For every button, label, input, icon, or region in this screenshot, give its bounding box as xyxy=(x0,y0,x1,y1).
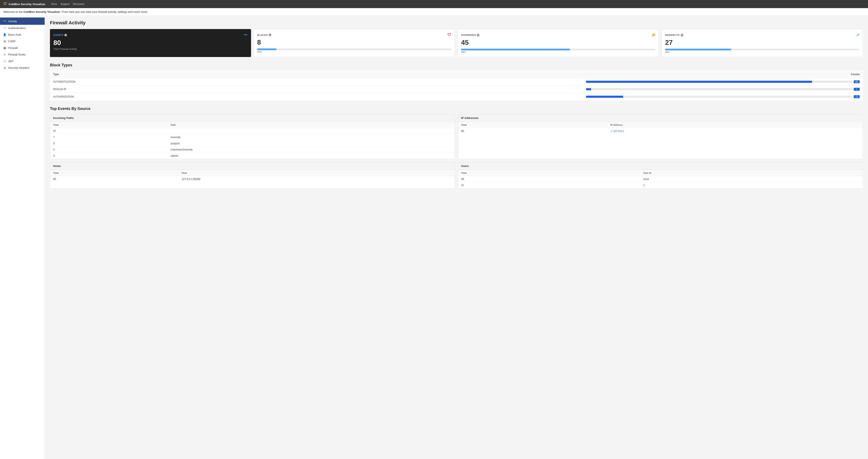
brand-name: ColdBox Security Visualizer xyxy=(8,3,45,6)
redirects-info-icon[interactable]: i xyxy=(681,34,683,36)
sidebar-item-authentication[interactable]: □ Authentication xyxy=(0,25,44,31)
basic-auth-icon: 👤 xyxy=(3,33,6,36)
sidebar-label-authentication: Authentication xyxy=(8,27,26,30)
sidebar-label-basic-auth: Basic Auth xyxy=(8,33,21,36)
bar-cell: 1 xyxy=(586,88,860,91)
incoming-path-row: 57 xyxy=(50,128,455,134)
block-types-table: Type Counts AUTHENTICATION 68 INVALID-IP… xyxy=(50,70,863,100)
top-events-grid: Incoming Paths Total Path 577/override5/… xyxy=(50,114,863,188)
redirects-label: REDIRECTS i ↗ xyxy=(665,33,860,37)
sidebar-label-activity: Activity xyxy=(8,20,17,23)
sidebar: 〜 Activity □ Authentication 👤 Basic Auth… xyxy=(0,16,45,459)
welcome-bar: Welcome to the ColdBox Security Visualiz… xyxy=(0,8,868,16)
redirects-number: 27 xyxy=(665,39,860,47)
sidebar-item-activity[interactable]: 〜 Activity xyxy=(0,18,44,25)
sidebar-item-basic-auth[interactable]: 👤 Basic Auth xyxy=(0,31,44,38)
bar-count: 1 xyxy=(854,88,860,91)
stats-row: EVENTS i 〜 80 Total Firewall Activity BL… xyxy=(50,29,863,57)
events-info-icon[interactable]: i xyxy=(64,34,67,36)
incoming-path-row: 3/admin xyxy=(50,153,455,159)
nav-docs[interactable]: Docs xyxy=(51,3,57,5)
path-total: 7 xyxy=(50,134,167,141)
overrides-label: OVERRIDES i ⇄ xyxy=(461,33,655,37)
ip-total: 80 xyxy=(458,128,607,134)
path-value: /admin xyxy=(167,153,455,159)
user-total: 59 xyxy=(458,176,640,182)
activity-icon: 〜 xyxy=(3,19,6,23)
path-total: 3 xyxy=(50,153,167,159)
bar-cell: 11 xyxy=(586,95,860,98)
host-row: 80127.0.0.1:60299 xyxy=(50,176,455,182)
user-total: 21 xyxy=(458,182,640,188)
events-desc: Total Firewall Activity xyxy=(53,48,248,51)
col-counts: Counts xyxy=(583,71,863,78)
nav-links: Docs Support Discourse xyxy=(51,3,84,5)
csrf-icon: ⊞ xyxy=(3,40,6,43)
blocks-bar xyxy=(257,49,452,50)
sidebar-item-security-headers[interactable]: ◎ Security Headers xyxy=(0,64,44,71)
sidebar-label-security-headers: Security Headers xyxy=(8,66,29,69)
ip-addresses-table: Total IP Address 80↗ 127.0.0.1 xyxy=(458,122,863,134)
redirects-arrow-icon: ↗ xyxy=(856,33,860,37)
ip-addresses-panel: IP Addresses Total IP Address 80↗ 127.0.… xyxy=(458,114,863,159)
welcome-prefix: Welcome to the xyxy=(3,10,24,13)
incoming-col-path: Path xyxy=(167,122,455,128)
incoming-paths-header: Incoming Paths xyxy=(50,114,455,122)
incoming-path-row: 7/override xyxy=(50,134,455,141)
redirects-bar-fill xyxy=(665,49,731,51)
user-id: none xyxy=(640,176,863,182)
page-title: Firewall Activity xyxy=(50,20,863,26)
sidebar-item-jwt[interactable]: □ JWT xyxy=(0,58,44,64)
inline-bar xyxy=(586,88,852,90)
ip-row: 80↗ 127.0.0.1 xyxy=(458,128,863,134)
path-value: /putpost xyxy=(167,141,455,147)
ip-col-ip: IP Address xyxy=(607,122,863,128)
inline-bar-fill xyxy=(586,81,812,83)
blocks-info-icon[interactable]: i xyxy=(269,33,271,36)
path-value: /ruleActionOverride xyxy=(167,147,455,153)
inline-bar-fill xyxy=(586,88,591,90)
incoming-paths-table: Total Path 577/override5/putpost5/ruleAc… xyxy=(50,122,455,159)
hosts-table: Total Host 80127.0.0.1:60299 xyxy=(50,170,455,182)
firewall-rules-icon: ≡ xyxy=(3,53,6,56)
topnav: 🛡 ColdBox Security Visualizer Docs Suppo… xyxy=(0,0,868,8)
overrides-info-icon[interactable]: i xyxy=(477,34,479,36)
blocks-shield-icon: 🛡 xyxy=(447,33,452,37)
block-type-count-cell: 11 xyxy=(583,93,863,100)
redirects-pct-label: 34% xyxy=(665,51,860,53)
sidebar-item-firewall[interactable]: ▦ Firewall xyxy=(0,44,44,51)
block-type-name: AUTHENTICATION xyxy=(50,78,583,86)
sidebar-item-csrf[interactable]: ⊞ CSRF xyxy=(0,38,44,44)
events-number: 80 xyxy=(53,39,248,47)
sidebar-item-firewall-rules[interactable]: ≡ Firewall Rules xyxy=(0,51,44,58)
ip-address: ↗ 127.0.0.1 xyxy=(607,128,863,134)
user-id: 1 xyxy=(640,182,863,188)
main-content: Firewall Activity EVENTS i 〜 80 Total Fi… xyxy=(45,16,868,459)
host-total: 80 xyxy=(50,176,179,182)
inline-bar-fill xyxy=(586,96,623,98)
path-total: 57 xyxy=(50,128,167,134)
blocks-bar-fill xyxy=(257,49,277,50)
block-type-count-cell: 1 xyxy=(583,86,863,93)
redirects-bar xyxy=(665,49,860,51)
overrides-icon: ⇄ xyxy=(652,33,655,37)
users-table: Total User Id 59none211 xyxy=(458,170,863,188)
top-events-title: Top Events By Source xyxy=(50,106,863,111)
incoming-col-total: Total xyxy=(50,122,167,128)
nav-discourse[interactable]: Discourse xyxy=(73,3,84,5)
authentication-icon: □ xyxy=(3,27,6,30)
nav-support[interactable]: Support xyxy=(61,3,70,5)
ip-link[interactable]: ↗ 127.0.0.1 xyxy=(610,130,624,132)
block-type-name: AUTHORIZATION xyxy=(50,93,583,100)
activity-wave-icon: 〜 xyxy=(244,32,248,37)
layout: 〜 Activity □ Authentication 👤 Basic Auth… xyxy=(0,16,868,459)
path-total: 5 xyxy=(50,147,167,153)
overrides-bar-fill xyxy=(461,49,570,51)
user-row: 211 xyxy=(458,182,863,188)
welcome-suffix: . From here you can view your firewall a… xyxy=(60,10,148,13)
overrides-pct-label: 56% xyxy=(461,51,655,53)
blocks-label: BLOCKS i 🛡 xyxy=(257,33,452,37)
incoming-paths-panel: Incoming Paths Total Path 577/override5/… xyxy=(50,114,455,159)
block-type-row: INVALID-IP 1 xyxy=(50,86,863,93)
blocks-number: 8 xyxy=(257,38,452,46)
